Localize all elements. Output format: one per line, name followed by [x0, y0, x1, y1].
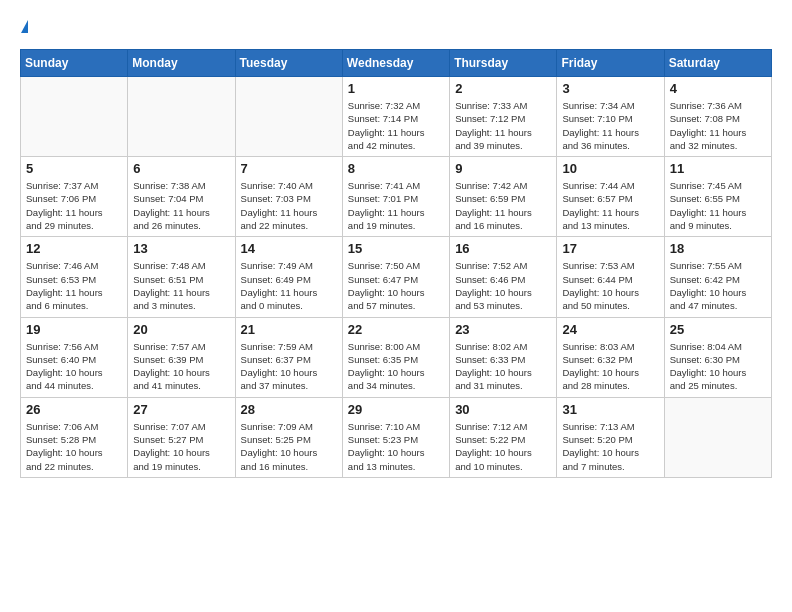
- day-number: 25: [670, 322, 766, 337]
- calendar-cell: 2Sunrise: 7:33 AMSunset: 7:12 PMDaylight…: [450, 77, 557, 157]
- calendar-cell: 26Sunrise: 7:06 AMSunset: 5:28 PMDayligh…: [21, 397, 128, 477]
- calendar-cell: 13Sunrise: 7:48 AMSunset: 6:51 PMDayligh…: [128, 237, 235, 317]
- calendar-cell: 22Sunrise: 8:00 AMSunset: 6:35 PMDayligh…: [342, 317, 449, 397]
- calendar-week-row: 19Sunrise: 7:56 AMSunset: 6:40 PMDayligh…: [21, 317, 772, 397]
- day-number: 14: [241, 241, 337, 256]
- cell-content: Sunrise: 7:46 AMSunset: 6:53 PMDaylight:…: [26, 259, 122, 312]
- calendar-header-row: SundayMondayTuesdayWednesdayThursdayFrid…: [21, 50, 772, 77]
- calendar-cell: 23Sunrise: 8:02 AMSunset: 6:33 PMDayligh…: [450, 317, 557, 397]
- cell-content: Sunrise: 7:56 AMSunset: 6:40 PMDaylight:…: [26, 340, 122, 393]
- calendar-cell: 14Sunrise: 7:49 AMSunset: 6:49 PMDayligh…: [235, 237, 342, 317]
- cell-content: Sunrise: 7:34 AMSunset: 7:10 PMDaylight:…: [562, 99, 658, 152]
- calendar-cell: 20Sunrise: 7:57 AMSunset: 6:39 PMDayligh…: [128, 317, 235, 397]
- calendar-cell: 7Sunrise: 7:40 AMSunset: 7:03 PMDaylight…: [235, 157, 342, 237]
- day-number: 27: [133, 402, 229, 417]
- day-number: 9: [455, 161, 551, 176]
- day-number: 15: [348, 241, 444, 256]
- calendar-cell: 17Sunrise: 7:53 AMSunset: 6:44 PMDayligh…: [557, 237, 664, 317]
- day-number: 11: [670, 161, 766, 176]
- day-of-week-header: Tuesday: [235, 50, 342, 77]
- calendar-week-row: 12Sunrise: 7:46 AMSunset: 6:53 PMDayligh…: [21, 237, 772, 317]
- calendar-cell: 5Sunrise: 7:37 AMSunset: 7:06 PMDaylight…: [21, 157, 128, 237]
- cell-content: Sunrise: 7:59 AMSunset: 6:37 PMDaylight:…: [241, 340, 337, 393]
- day-number: 26: [26, 402, 122, 417]
- calendar-week-row: 1Sunrise: 7:32 AMSunset: 7:14 PMDaylight…: [21, 77, 772, 157]
- calendar-cell: 24Sunrise: 8:03 AMSunset: 6:32 PMDayligh…: [557, 317, 664, 397]
- day-number: 10: [562, 161, 658, 176]
- cell-content: Sunrise: 7:10 AMSunset: 5:23 PMDaylight:…: [348, 420, 444, 473]
- cell-content: Sunrise: 7:57 AMSunset: 6:39 PMDaylight:…: [133, 340, 229, 393]
- day-number: 24: [562, 322, 658, 337]
- day-number: 8: [348, 161, 444, 176]
- calendar-cell: 6Sunrise: 7:38 AMSunset: 7:04 PMDaylight…: [128, 157, 235, 237]
- day-number: 21: [241, 322, 337, 337]
- day-number: 28: [241, 402, 337, 417]
- logo: [20, 20, 30, 33]
- day-number: 16: [455, 241, 551, 256]
- calendar-cell: 11Sunrise: 7:45 AMSunset: 6:55 PMDayligh…: [664, 157, 771, 237]
- day-of-week-header: Wednesday: [342, 50, 449, 77]
- cell-content: Sunrise: 7:32 AMSunset: 7:14 PMDaylight:…: [348, 99, 444, 152]
- day-number: 20: [133, 322, 229, 337]
- calendar-cell: 9Sunrise: 7:42 AMSunset: 6:59 PMDaylight…: [450, 157, 557, 237]
- day-number: 19: [26, 322, 122, 337]
- calendar-cell: 15Sunrise: 7:50 AMSunset: 6:47 PMDayligh…: [342, 237, 449, 317]
- calendar-table: SundayMondayTuesdayWednesdayThursdayFrid…: [20, 49, 772, 478]
- logo-triangle-icon: [21, 20, 28, 33]
- cell-content: Sunrise: 7:52 AMSunset: 6:46 PMDaylight:…: [455, 259, 551, 312]
- day-number: 1: [348, 81, 444, 96]
- calendar-cell: 28Sunrise: 7:09 AMSunset: 5:25 PMDayligh…: [235, 397, 342, 477]
- cell-content: Sunrise: 7:55 AMSunset: 6:42 PMDaylight:…: [670, 259, 766, 312]
- day-of-week-header: Saturday: [664, 50, 771, 77]
- cell-content: Sunrise: 7:09 AMSunset: 5:25 PMDaylight:…: [241, 420, 337, 473]
- day-of-week-header: Sunday: [21, 50, 128, 77]
- day-of-week-header: Friday: [557, 50, 664, 77]
- cell-content: Sunrise: 8:02 AMSunset: 6:33 PMDaylight:…: [455, 340, 551, 393]
- day-number: 5: [26, 161, 122, 176]
- calendar-cell: [664, 397, 771, 477]
- cell-content: Sunrise: 7:06 AMSunset: 5:28 PMDaylight:…: [26, 420, 122, 473]
- calendar-cell: 27Sunrise: 7:07 AMSunset: 5:27 PMDayligh…: [128, 397, 235, 477]
- day-number: 2: [455, 81, 551, 96]
- cell-content: Sunrise: 7:41 AMSunset: 7:01 PMDaylight:…: [348, 179, 444, 232]
- day-number: 22: [348, 322, 444, 337]
- cell-content: Sunrise: 8:03 AMSunset: 6:32 PMDaylight:…: [562, 340, 658, 393]
- day-number: 6: [133, 161, 229, 176]
- calendar-cell: [21, 77, 128, 157]
- calendar-week-row: 5Sunrise: 7:37 AMSunset: 7:06 PMDaylight…: [21, 157, 772, 237]
- day-number: 31: [562, 402, 658, 417]
- cell-content: Sunrise: 7:49 AMSunset: 6:49 PMDaylight:…: [241, 259, 337, 312]
- calendar-cell: 8Sunrise: 7:41 AMSunset: 7:01 PMDaylight…: [342, 157, 449, 237]
- calendar-cell: 12Sunrise: 7:46 AMSunset: 6:53 PMDayligh…: [21, 237, 128, 317]
- day-number: 23: [455, 322, 551, 337]
- cell-content: Sunrise: 7:38 AMSunset: 7:04 PMDaylight:…: [133, 179, 229, 232]
- calendar-cell: [128, 77, 235, 157]
- cell-content: Sunrise: 7:53 AMSunset: 6:44 PMDaylight:…: [562, 259, 658, 312]
- cell-content: Sunrise: 7:45 AMSunset: 6:55 PMDaylight:…: [670, 179, 766, 232]
- calendar-cell: [235, 77, 342, 157]
- cell-content: Sunrise: 7:48 AMSunset: 6:51 PMDaylight:…: [133, 259, 229, 312]
- cell-content: Sunrise: 7:33 AMSunset: 7:12 PMDaylight:…: [455, 99, 551, 152]
- cell-content: Sunrise: 7:37 AMSunset: 7:06 PMDaylight:…: [26, 179, 122, 232]
- cell-content: Sunrise: 7:36 AMSunset: 7:08 PMDaylight:…: [670, 99, 766, 152]
- calendar-cell: 16Sunrise: 7:52 AMSunset: 6:46 PMDayligh…: [450, 237, 557, 317]
- calendar-week-row: 26Sunrise: 7:06 AMSunset: 5:28 PMDayligh…: [21, 397, 772, 477]
- day-of-week-header: Thursday: [450, 50, 557, 77]
- calendar-cell: 10Sunrise: 7:44 AMSunset: 6:57 PMDayligh…: [557, 157, 664, 237]
- day-number: 18: [670, 241, 766, 256]
- day-of-week-header: Monday: [128, 50, 235, 77]
- calendar-cell: 18Sunrise: 7:55 AMSunset: 6:42 PMDayligh…: [664, 237, 771, 317]
- cell-content: Sunrise: 7:07 AMSunset: 5:27 PMDaylight:…: [133, 420, 229, 473]
- page-header: [20, 20, 772, 33]
- day-number: 3: [562, 81, 658, 96]
- cell-content: Sunrise: 8:04 AMSunset: 6:30 PMDaylight:…: [670, 340, 766, 393]
- day-number: 12: [26, 241, 122, 256]
- calendar-cell: 3Sunrise: 7:34 AMSunset: 7:10 PMDaylight…: [557, 77, 664, 157]
- day-number: 4: [670, 81, 766, 96]
- day-number: 30: [455, 402, 551, 417]
- calendar-cell: 19Sunrise: 7:56 AMSunset: 6:40 PMDayligh…: [21, 317, 128, 397]
- calendar-cell: 25Sunrise: 8:04 AMSunset: 6:30 PMDayligh…: [664, 317, 771, 397]
- calendar-cell: 1Sunrise: 7:32 AMSunset: 7:14 PMDaylight…: [342, 77, 449, 157]
- calendar-cell: 4Sunrise: 7:36 AMSunset: 7:08 PMDaylight…: [664, 77, 771, 157]
- cell-content: Sunrise: 7:40 AMSunset: 7:03 PMDaylight:…: [241, 179, 337, 232]
